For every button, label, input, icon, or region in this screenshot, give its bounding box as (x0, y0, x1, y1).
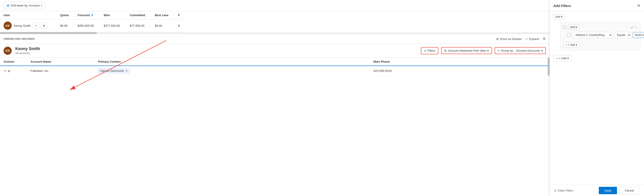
actions-cell: ↗ ⊕ (0, 66, 27, 76)
left-content: ⊕ Drill down by: Account ▾ User Quota Fo… (0, 0, 550, 196)
add-main-chevron: ▾ (567, 57, 569, 60)
scroll-thumb-v[interactable] (548, 58, 550, 76)
filter-icon: ⧖ (424, 49, 426, 52)
avatar: KS (4, 21, 12, 30)
rp-title: Add Filters (553, 4, 571, 8)
expand-icon: ⤢ (526, 37, 528, 41)
filter-label: Filters (428, 49, 435, 52)
col-quota: Quota (56, 11, 74, 19)
bottom-actions: Apply Cancel (599, 187, 640, 194)
clear-filter-icon: ⧖ (554, 189, 556, 193)
operator-select[interactable]: Equals (614, 32, 631, 38)
scroll-thumb-h[interactable] (0, 32, 97, 34)
top-bar: ⊕ Drill down by: Account ▾ (0, 0, 550, 11)
expand-label: Expand (529, 37, 539, 41)
rp-header: Add Filters ✕ (550, 0, 644, 11)
account-name-cell: Fabrikam, Inc. (27, 66, 94, 76)
clear-filters-button[interactable]: ⧖ Clear Filters (554, 189, 573, 193)
col-won: Won (100, 11, 126, 19)
ur-actions: ⊞ Show as Kanban ⤢ Expand ✕ (496, 36, 546, 41)
drill-down-label: Drill down by: Account (11, 4, 40, 7)
forecast-table: User Quota Forecast ℹ Won Committed Best… (0, 11, 184, 32)
rp-body: And ▾ And ▾ ⤢ ⋯ (550, 11, 644, 196)
add-main-label: + Add (559, 57, 566, 60)
add-main-button[interactable]: + + Add ▾ (553, 55, 572, 61)
share-icon[interactable]: ↗ (33, 22, 39, 29)
right-panel: Add Filters ✕ And ▾ And ▾ ⤢ ⋯ (550, 0, 644, 196)
col-f: F (174, 11, 184, 19)
sort-asc-icon: ↑ (52, 60, 53, 63)
cancel-button[interactable]: Cancel (619, 187, 640, 194)
remove-contact-icon[interactable]: ✕ (125, 69, 128, 72)
ks-info: Kenny Smith All accounts (15, 46, 417, 55)
f-cell: $ (174, 19, 184, 32)
and-group-label: And (570, 26, 575, 29)
expand-filter-icon[interactable]: ⤢ (631, 26, 633, 29)
clear-filters-label: Clear Filters (558, 189, 573, 192)
top-and-badge[interactable]: And ▾ (553, 14, 564, 19)
row-add-icon[interactable]: ⊕ (8, 69, 10, 73)
group-chevron: ▾ (541, 49, 543, 52)
forecast-info-icon[interactable]: ℹ (92, 13, 93, 17)
ur-title: UNDERLYING RECORDS (4, 37, 35, 40)
apply-button[interactable]: Apply (599, 187, 617, 194)
kanban-icon: ⊞ (496, 37, 499, 41)
ks-row: KS Kenny Smith All accounts ⧖ Filters ⊞ … (0, 44, 550, 58)
group-checkbox[interactable] (563, 26, 566, 29)
table-row: KS Kenny Smith ↗ ⊕ $0.00 $455,000.00 $37… (0, 19, 184, 32)
user-name: Kenny Smith (14, 24, 30, 27)
ks-sub: All accounts (15, 52, 417, 55)
col-forecast: Forecast ℹ (74, 11, 100, 19)
main-phone-cell: 423-555-0103 (370, 66, 550, 76)
col-bestcase: Best case (151, 11, 174, 19)
col-user: User (0, 11, 56, 19)
add-person-icon[interactable]: ⊕ (41, 22, 47, 29)
col-committed: Committed (126, 11, 151, 19)
primary-contact-cell: Haroun Stormonth ✕ (94, 66, 370, 76)
data-table: Actions Account Name ↑ Primary Contact (0, 58, 550, 76)
expand-button[interactable]: ⤢ Expand (526, 37, 539, 41)
and-group-chevron: ▾ (576, 26, 577, 29)
quota-cell: $0.00 (56, 19, 74, 32)
rp-close-button[interactable]: ✕ (637, 3, 640, 8)
filter-group-header: And ▾ ⤢ ⋯ (563, 25, 638, 30)
group-label: Group by: (501, 49, 514, 52)
contact-name: Haroun Stormonth (100, 69, 124, 72)
grid-icon: ⊞ (444, 49, 447, 52)
th-primary-contact: Primary Contact (94, 58, 370, 66)
kanban-label: Show as Kanban (500, 37, 522, 41)
view-label: Account Advanced Find View (448, 49, 486, 52)
drill-down-button[interactable]: ⊕ Drill down by: Account ▾ (4, 2, 45, 9)
th-account-name[interactable]: Account Name ↑ (27, 58, 94, 66)
group-by-button[interactable]: ≡ Group by: Account (Account) ▾ (495, 47, 546, 54)
user-cell: KS Kenny Smith ↗ ⊕ (0, 19, 56, 32)
field-select[interactable]: Address 2: Country/Reg... (572, 32, 612, 38)
and-group-badge[interactable]: And ▾ (568, 25, 579, 30)
top-and-label: And (555, 15, 560, 18)
add-condition-button[interactable]: + + Add ▾ (563, 42, 580, 48)
contact-tag: Haroun Stormonth ✕ (98, 68, 130, 73)
row-open-icon[interactable]: ↗ (4, 69, 6, 73)
group-value: Account (Account) (516, 49, 540, 52)
th-actions: Actions (0, 58, 27, 66)
add-icon: + (566, 43, 567, 46)
more-filter-icon[interactable]: ⋯ (634, 26, 638, 29)
condition-checkbox[interactable] (568, 33, 571, 37)
group-icon: ≡ (498, 49, 500, 52)
ur-header: UNDERLYING RECORDS ⊞ Show as Kanban ⤢ Ex… (0, 34, 550, 44)
horizontal-scrollbar[interactable] (0, 32, 550, 34)
add-chevron: ▾ (576, 43, 577, 46)
close-button[interactable]: ✕ (542, 36, 546, 41)
won-cell: $377,500.00 (100, 19, 126, 32)
committed-cell: $77,500.00 (126, 19, 151, 32)
filters-button[interactable]: ⧖ Filters (421, 47, 438, 54)
ks-name: Kenny Smith (15, 46, 417, 51)
show-as-kanban-button[interactable]: ⊞ Show as Kanban (496, 37, 522, 41)
forecast-section: User Quota Forecast ℹ Won Committed Best… (0, 11, 550, 34)
ks-avatar: KS (4, 47, 12, 55)
view-button[interactable]: ⊞ Account Advanced Find View ▾ (441, 47, 492, 54)
value-input[interactable] (633, 32, 644, 38)
vertical-scrollbar[interactable] (548, 58, 550, 76)
forecast-cell: $455,000.00 (74, 19, 100, 32)
th-main-phone: Main Phone (370, 58, 550, 66)
